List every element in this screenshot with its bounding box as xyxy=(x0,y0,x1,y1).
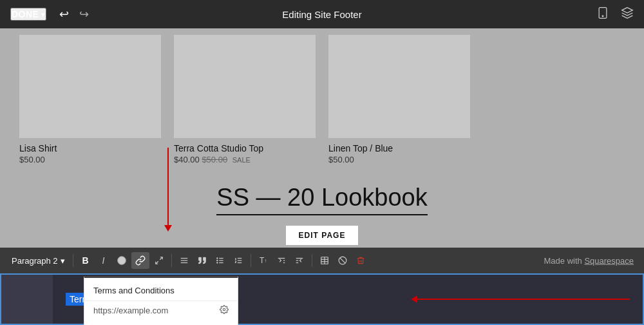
arrow-line-h xyxy=(417,299,630,300)
link-icon xyxy=(135,255,146,266)
done-label: DONE xyxy=(12,9,39,19)
svg-line-27 xyxy=(339,258,345,263)
ordered-list-button[interactable] xyxy=(230,252,247,269)
link-popup: Terms and Conditions Remove Apply xyxy=(84,276,238,325)
paragraph-selector[interactable]: Paragraph 2 ▾ xyxy=(8,253,69,268)
expand-button[interactable] xyxy=(151,252,167,269)
toolbar-nav: ↩ ↪ xyxy=(59,8,89,20)
link-url-input[interactable] xyxy=(93,306,214,315)
svg-point-1 xyxy=(602,15,603,17)
down-arrow-indicator xyxy=(164,148,172,231)
table-icon xyxy=(320,256,329,265)
product-price: $50.00 xyxy=(328,155,483,164)
product-name: Linen Top / Blue xyxy=(328,143,483,153)
block-button[interactable] xyxy=(334,252,351,269)
product-image-terra xyxy=(174,35,316,138)
lookbook-section: SS — 20 Lookbook EDIT PAGE xyxy=(0,164,644,248)
bold-button[interactable]: B xyxy=(77,252,94,269)
link-url-row xyxy=(84,300,238,322)
canvas-area: Lisa Shirt $50.00 Terra Cotta Studio Top… xyxy=(0,28,644,248)
horizontal-arrow-indicator xyxy=(411,295,630,303)
block-icon xyxy=(338,256,347,265)
list-item: Linen Top / Blue $50.00 xyxy=(328,35,483,164)
made-with-text: Made with Squarespace xyxy=(544,256,634,266)
table-button[interactable] xyxy=(316,252,333,269)
quote-icon xyxy=(198,256,207,265)
svg-point-10 xyxy=(216,258,217,259)
format-toolbar: Paragraph 2 ▾ B I xyxy=(0,248,644,273)
page-title: Editing Site Footer xyxy=(282,9,361,20)
svg-point-28 xyxy=(223,308,225,311)
device-preview-button[interactable] xyxy=(596,6,609,22)
indent-right-icon xyxy=(277,256,286,265)
edit-page-button[interactable]: EDIT PAGE xyxy=(286,226,359,245)
list-item: Terra Cotta Studio Top $40.00 $50.00 SAL… xyxy=(174,35,328,164)
arrow-head-left xyxy=(411,295,417,303)
arrow-line xyxy=(167,148,169,225)
edit-mode-button[interactable] xyxy=(621,6,634,22)
link-popup-title: Terms and Conditions xyxy=(84,278,238,300)
lookbook-title: SS — 20 Lookbook xyxy=(216,184,427,215)
sale-badge: SALE xyxy=(232,156,251,164)
svg-point-12 xyxy=(216,262,217,263)
svg-line-2 xyxy=(160,257,162,260)
link-popup-actions: Remove Apply xyxy=(84,322,238,325)
indent-right-button[interactable] xyxy=(273,252,290,269)
list-unordered-icon xyxy=(216,256,225,265)
align-button[interactable] xyxy=(176,252,193,269)
unordered-list-button[interactable] xyxy=(212,252,229,269)
undo-button[interactable]: ↩ xyxy=(59,8,69,20)
redo-button[interactable]: ↪ xyxy=(79,8,89,20)
product-image-lisa xyxy=(19,35,161,138)
product-info-terra: Terra Cotta Studio Top $40.00 $50.00 SAL… xyxy=(174,138,328,164)
toolbar-divider xyxy=(171,254,172,267)
footer-left-block xyxy=(1,275,53,324)
color-picker-button[interactable] xyxy=(113,252,130,269)
indent-left-button[interactable] xyxy=(291,252,308,269)
top-toolbar: DONE ▾ ↩ ↪ Editing Site Footer xyxy=(0,0,644,28)
toolbar-divider xyxy=(312,254,312,267)
product-info-lisa: Lisa Shirt $50.00 xyxy=(19,138,174,164)
list-ordered-icon xyxy=(234,256,243,265)
product-name: Lisa Shirt xyxy=(19,143,174,153)
toolbar-divider xyxy=(251,254,251,267)
toolbar-right xyxy=(596,6,634,22)
chevron-down-icon: ▾ xyxy=(61,256,65,266)
product-info-linen: Linen Top / Blue $50.00 xyxy=(328,138,483,164)
svg-line-3 xyxy=(155,261,158,264)
color-circle-icon xyxy=(117,256,126,265)
indent-left-icon xyxy=(295,256,304,265)
toolbar-divider xyxy=(73,254,73,267)
product-row: Lisa Shirt $50.00 Terra Cotta Studio Top… xyxy=(0,28,644,164)
product-image-linen xyxy=(328,35,470,138)
gear-icon xyxy=(220,305,229,314)
svg-point-11 xyxy=(216,260,217,261)
product-price: $50.00 xyxy=(19,155,174,164)
expand-icon xyxy=(155,256,164,265)
trash-icon xyxy=(356,256,365,265)
arrow-head xyxy=(164,225,172,231)
chevron-down-icon: ▾ xyxy=(41,11,45,18)
sale-price: $40.00 xyxy=(174,155,200,164)
original-price: $50.00 xyxy=(202,155,227,164)
done-button[interactable]: DONE ▾ xyxy=(10,8,46,21)
link-button[interactable] xyxy=(131,252,149,269)
paragraph-label: Paragraph 2 xyxy=(12,256,58,266)
align-icon xyxy=(180,256,189,265)
italic-button[interactable]: I xyxy=(95,252,112,269)
link-settings-button[interactable] xyxy=(220,305,229,316)
product-price: $40.00 $50.00 SALE xyxy=(174,155,328,164)
superscript-button[interactable]: T↑ xyxy=(255,252,272,269)
list-item: Lisa Shirt $50.00 xyxy=(19,35,174,164)
blockquote-button[interactable] xyxy=(194,252,211,269)
product-name: Terra Cotta Studio Top xyxy=(174,143,328,153)
squarespace-link[interactable]: Squarespace xyxy=(584,256,634,266)
delete-button[interactable] xyxy=(352,252,369,269)
